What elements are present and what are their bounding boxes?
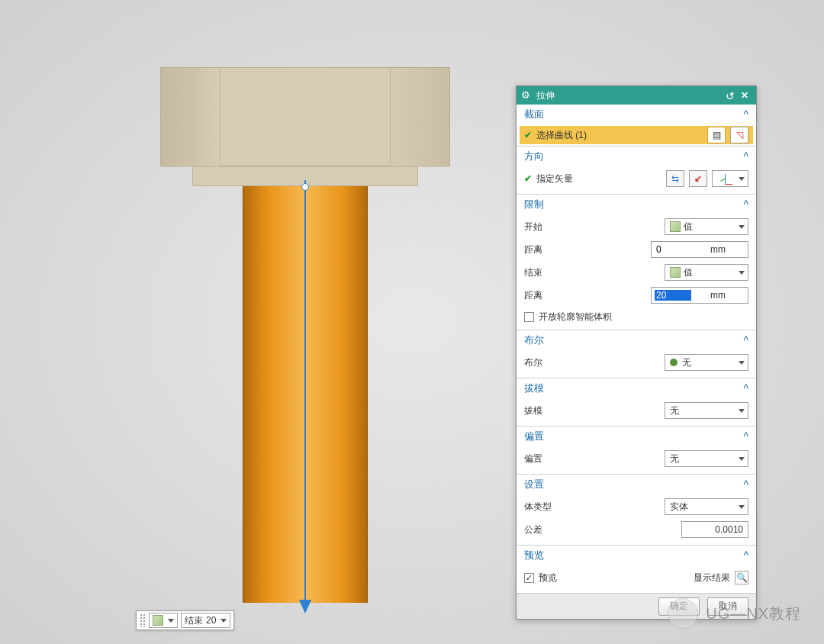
cube-icon	[670, 221, 681, 232]
section-header-limits[interactable]: 限制 ^	[517, 195, 756, 214]
preview-checkbox[interactable]	[524, 573, 534, 583]
cube-icon	[153, 615, 163, 626]
drag-handle-start[interactable]	[301, 183, 309, 191]
gear-icon[interactable]	[521, 90, 532, 101]
axis-triad-icon	[717, 171, 734, 186]
specify-vector-label: 指定矢量	[536, 172, 661, 185]
show-result-label: 显示结果	[694, 572, 730, 584]
body-type-select[interactable]: 实体	[665, 498, 748, 515]
section-header-offset[interactable]: 偏置 ^	[517, 427, 756, 446]
section-header-draft[interactable]: 拔模 ^	[517, 378, 756, 398]
chevron-up-icon: ^	[743, 430, 748, 443]
drag-handle-end-arrow[interactable]	[299, 600, 311, 613]
preview-checkbox-label: 预览	[539, 572, 557, 584]
boolean-select[interactable]: 无	[665, 354, 748, 371]
draft-select[interactable]: 无	[665, 402, 748, 419]
select-curve-label: 选择曲线 (1)	[536, 129, 587, 142]
chevron-up-icon: ^	[743, 478, 748, 491]
start-distance-input[interactable]: mm	[651, 241, 748, 258]
select-curve-row[interactable]: 选择曲线 (1) ▤ ◹	[520, 126, 753, 144]
start-type-select[interactable]: 值	[665, 218, 748, 235]
start-distance-label: 距离	[524, 243, 639, 256]
check-icon	[524, 130, 532, 140]
none-icon	[670, 359, 678, 366]
model-bolt-head	[160, 67, 450, 166]
grip-icon[interactable]	[140, 613, 146, 627]
float-end-select[interactable]: 结束 20	[181, 613, 230, 628]
show-result-button[interactable]	[735, 571, 748, 584]
chevron-up-icon: ^	[743, 549, 748, 562]
boolean-label: 布尔	[524, 356, 639, 369]
extrude-dialog: 拉伸 截面 ^ 选择曲线 (1) ▤ ◹ 方向 ^ 指定矢量 ⇆ ↙	[516, 85, 757, 620]
float-end-label: 结束	[185, 614, 203, 627]
chevron-up-icon: ^	[743, 334, 748, 346]
chevron-up-icon: ^	[743, 150, 748, 163]
section-header-preview[interactable]: 预览 ^	[517, 546, 756, 565]
end-distance-input[interactable]: mm	[651, 287, 748, 304]
chevron-up-icon: ^	[743, 198, 748, 211]
curve-rule-icon[interactable]: ◹	[730, 127, 748, 143]
offset-label: 偏置	[524, 452, 639, 465]
end-distance-label: 距离	[524, 289, 639, 302]
float-end-value: 20	[206, 615, 216, 626]
close-icon[interactable]	[741, 90, 752, 101]
body-type-label: 体类型	[524, 501, 639, 514]
draft-label: 拔模	[524, 404, 639, 417]
dialog-title: 拉伸	[536, 89, 555, 102]
reset-icon[interactable]	[726, 90, 736, 101]
extrude-axis[interactable]	[304, 180, 306, 607]
chevron-up-icon: ^	[743, 382, 748, 394]
offset-select[interactable]: 无	[665, 450, 748, 467]
float-type-select[interactable]	[149, 613, 178, 628]
open-profile-checkbox[interactable]	[524, 312, 534, 322]
section-header-direction[interactable]: 方向 ^	[517, 147, 756, 166]
end-type-select[interactable]: 值	[665, 264, 748, 281]
end-label: 结束	[524, 266, 639, 279]
sketch-section-icon[interactable]: ▤	[707, 127, 726, 143]
start-label: 开始	[524, 221, 639, 233]
tolerance-label: 公差	[524, 523, 639, 536]
dialog-titlebar[interactable]: 拉伸	[517, 86, 756, 105]
watermark: UG—NX教程	[668, 598, 801, 629]
watermark-logo	[668, 598, 698, 629]
tolerance-input[interactable]: 0.0010	[681, 521, 748, 538]
reverse-direction-button[interactable]: ⇆	[666, 170, 684, 187]
chevron-up-icon: ^	[743, 108, 748, 121]
section-header-settings[interactable]: 设置 ^	[517, 475, 756, 494]
vector-dialog-button[interactable]: ↙	[689, 170, 707, 187]
check-icon	[524, 173, 532, 184]
section-header-section[interactable]: 截面 ^	[517, 105, 756, 124]
vector-method-select[interactable]	[712, 170, 748, 187]
open-profile-label: 开放轮廓智能体积	[539, 311, 612, 324]
section-header-boolean[interactable]: 布尔 ^	[517, 330, 756, 350]
cube-icon	[670, 267, 681, 278]
floating-dimension-bar[interactable]: 结束 20	[136, 610, 234, 630]
